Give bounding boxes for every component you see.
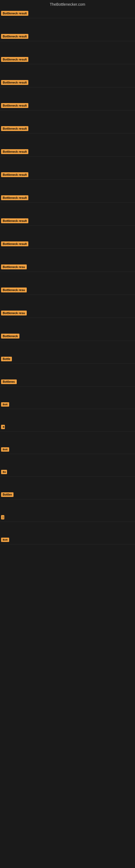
bottleneck-badge: Bott — [1, 538, 9, 542]
bottleneck-badge: Bottleneck result — [1, 126, 28, 131]
bottleneck-badge: Bottleneck — [1, 334, 19, 339]
bottleneck-badge: Bottle — [1, 357, 12, 361]
result-row[interactable]: Bottleneck result — [0, 55, 135, 64]
bottleneck-badge: | — [1, 515, 4, 520]
bottleneck-badge: Bottleneck result — [1, 218, 28, 223]
result-row[interactable]: Bottleneck result — [0, 32, 135, 41]
site-header: TheBottlenecker.com — [0, 0, 135, 9]
bottleneck-badge: Bottleneck resu — [1, 265, 27, 269]
bottleneck-badge: Bottleneck result — [1, 57, 28, 62]
bottleneck-badge: B — [1, 425, 5, 429]
result-row[interactable]: Bottleneck result — [0, 170, 135, 180]
result-row[interactable]: B — [0, 423, 135, 432]
result-row[interactable]: Bottleneck result — [0, 239, 135, 249]
result-row[interactable]: Bottleneck resu — [0, 262, 135, 272]
bottleneck-badge: Bottleneck result — [1, 241, 28, 246]
result-row[interactable]: Bottleneck result — [0, 101, 135, 111]
result-row[interactable]: Bott — [0, 445, 135, 454]
result-row[interactable]: Bottleneck result — [0, 9, 135, 18]
bottleneck-badge: Bott — [1, 447, 9, 452]
bottleneck-badge: Bottleneck result — [1, 149, 28, 154]
result-row[interactable]: Bottleneck result — [0, 147, 135, 156]
result-row[interactable]: | — [0, 513, 135, 522]
result-row[interactable]: Bottleneck resu — [0, 308, 135, 318]
result-row[interactable]: Bottleneck — [0, 332, 135, 341]
bottleneck-badge: Bottleneck result — [1, 34, 28, 39]
result-row[interactable]: Bott — [0, 400, 135, 409]
result-row[interactable]: Bottleneck resu — [0, 285, 135, 295]
result-row[interactable]: Bottleneck result — [0, 124, 135, 133]
bottleneck-badge: Bottleneck result — [1, 172, 28, 177]
result-row[interactable]: Bottleneck result — [0, 78, 135, 87]
site-title: TheBottlenecker.com — [0, 0, 135, 9]
bottleneck-badge: Bott — [1, 402, 9, 407]
result-row[interactable]: Bott — [0, 535, 135, 545]
result-row[interactable]: Bottlenec — [0, 377, 135, 386]
bottleneck-badge: Bottleneck result — [1, 195, 28, 200]
bottleneck-badge: Bottleneck resu — [1, 311, 27, 315]
bottleneck-badge: Bottlen — [1, 492, 13, 497]
result-row[interactable]: Bottlen — [0, 490, 135, 499]
bottleneck-badge: Bottleneck result — [1, 80, 28, 85]
result-row[interactable]: Bo — [0, 468, 135, 476]
bottleneck-badge: Bo — [1, 470, 7, 474]
bottleneck-badge: Bottleneck result — [1, 11, 28, 16]
bottleneck-badge: Bottleneck resu — [1, 287, 27, 292]
result-row[interactable]: Bottle — [0, 354, 135, 364]
result-row[interactable]: Bottleneck result — [0, 216, 135, 226]
bottleneck-badge: Bottleneck result — [1, 103, 28, 108]
result-row[interactable]: Bottleneck result — [0, 193, 135, 203]
bottleneck-badge: Bottlenec — [1, 379, 17, 384]
results-container: Bottleneck resultBottleneck resultBottle… — [0, 9, 135, 545]
